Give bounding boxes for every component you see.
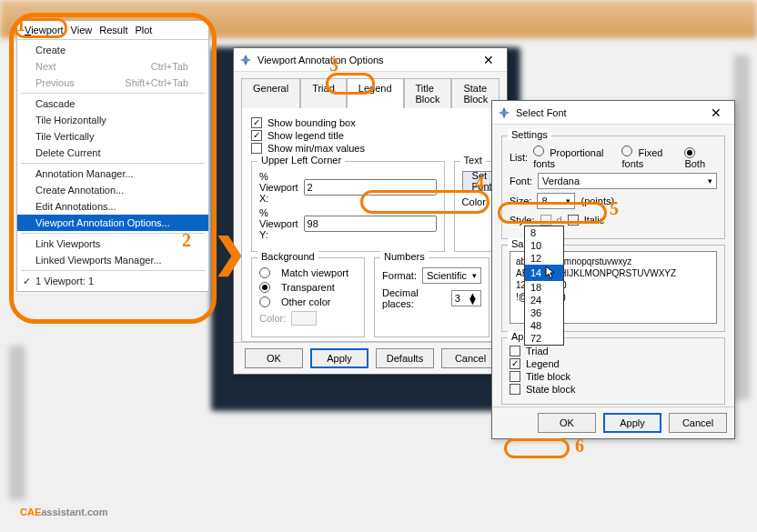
menu-item-viewport-annotation-options[interactable]: Viewport Annotation Options... — [17, 215, 208, 231]
menu-item-next: NextCtrl+Tab — [17, 58, 208, 75]
chevron-down-icon: ▾ — [472, 271, 477, 280]
fixed-radio[interactable]: Fixed fonts — [621, 146, 679, 169]
menu-plot[interactable]: Plot — [135, 25, 152, 35]
viewport-x-label: % Viewport X: — [259, 171, 298, 204]
size-option-24[interactable]: 24 — [525, 294, 563, 306]
menu-item-create[interactable]: Create — [17, 42, 208, 58]
viewport-annotation-options-dialog: Viewport Annotation Options ✕ General Tr… — [233, 47, 508, 375]
svg-marker-3 — [499, 110, 510, 115]
italic-checkbox[interactable]: Italic — [568, 215, 605, 226]
checkmark-icon: ✓ — [23, 276, 31, 287]
apply-button[interactable]: Apply — [603, 413, 661, 433]
size-option-18[interactable]: 18 — [525, 281, 563, 294]
menu-item-linked-viewports-manager[interactable]: Linked Viewports Manager... — [17, 252, 208, 268]
viewport-x-input[interactable] — [304, 179, 437, 196]
upper-left-corner-group: Upper Left Corner — [257, 155, 345, 166]
viewport-y-label: % Viewport Y: — [259, 207, 298, 240]
menu-view[interactable]: View — [71, 25, 93, 35]
menu-item-previous: PreviousShift+Ctrl+Tab — [17, 75, 208, 91]
menu-item-annotation-manager[interactable]: Annotation Manager... — [17, 166, 208, 182]
size-option-36[interactable]: 36 — [525, 306, 563, 319]
text-group: Text — [460, 155, 486, 166]
arrow-icon: ❯ — [213, 229, 247, 276]
format-combo[interactable]: Scientific▾ — [422, 267, 481, 284]
numbers-group: Numbers — [380, 251, 429, 262]
apply-legend-checkbox[interactable]: ✓Legend — [510, 358, 717, 369]
menubar: Viewport View Result Plot — [17, 21, 208, 40]
style-label: Style: — [510, 215, 535, 226]
show-legend-title-checkbox[interactable]: ✓Show legend title — [251, 130, 490, 141]
chevron-down-icon: ▾ — [708, 176, 712, 186]
apply-button[interactable]: Apply — [310, 348, 368, 368]
size-dropdown-list[interactable]: 8101214 1824364872 — [524, 226, 564, 346]
match-viewport-radio[interactable]: Match viewport — [259, 267, 357, 278]
annotation-6: 6 — [575, 436, 584, 457]
apply-triad-checkbox[interactable]: Triad — [510, 346, 717, 356]
size-combo[interactable]: 8▾ — [537, 193, 575, 209]
settings-group: Settings — [508, 129, 551, 140]
apply-title-block-checkbox[interactable]: Title block — [510, 371, 717, 382]
menu-item-link-viewports[interactable]: Link Viewports — [17, 236, 208, 252]
size-option-14[interactable]: 14 — [525, 265, 563, 281]
menu-item-delete-current[interactable]: Delete Current — [17, 145, 208, 161]
font-combo[interactable]: Verdana▾ — [538, 173, 717, 189]
app-icon — [498, 106, 510, 119]
menu-viewport[interactable]: Viewport — [25, 25, 64, 35]
menu-item-tile-horizontally[interactable]: Tile Horizontally — [17, 112, 208, 128]
size-label: Size: — [510, 196, 531, 206]
apply-state-block-checkbox[interactable]: State block — [510, 384, 717, 395]
tab-triad[interactable]: Triad — [300, 78, 347, 108]
watermark: CAEassistant.com — [20, 496, 108, 521]
menu-item-create-annotation[interactable]: Create Annotation... — [17, 182, 208, 198]
bgcolor-swatch — [291, 311, 317, 326]
font-label: Font: — [510, 176, 532, 186]
proportional-radio[interactable]: Proportional fonts — [533, 146, 616, 169]
tab-legend[interactable]: Legend — [347, 78, 404, 108]
decimal-places-stepper[interactable]: 3▲▼ — [451, 290, 481, 306]
viewport-y-input[interactable] — [304, 216, 437, 232]
svg-marker-1 — [240, 57, 251, 62]
tab-general[interactable]: General — [241, 78, 300, 108]
menu-item-edit-annotations[interactable]: Edit Annotations... — [17, 198, 208, 215]
bold-checkbox[interactable]: d — [540, 215, 562, 226]
cancel-button[interactable]: Cancel — [669, 413, 727, 433]
dialog-title: Select Font — [516, 107, 703, 118]
size-option-8[interactable]: 8 — [525, 226, 563, 239]
tab-title-block[interactable]: Title Block — [404, 78, 452, 108]
menu-item-tile-vertically[interactable]: Tile Vertically — [17, 128, 208, 145]
bgcolor-label: Color: — [259, 313, 286, 324]
annotation-4: 4 — [475, 173, 484, 194]
viewport-menu-panel: Viewport View Result Plot Create NextCtr… — [16, 20, 209, 292]
menu-item-cascade[interactable]: Cascade — [17, 95, 208, 112]
transparent-radio[interactable]: Transparent — [259, 282, 357, 293]
other-color-radio[interactable]: Other color — [259, 296, 357, 307]
app-icon — [239, 54, 252, 66]
decimal-label: Decimal places: — [382, 287, 446, 309]
menu-result[interactable]: Result — [99, 25, 127, 35]
annotation-3: 3 — [329, 55, 338, 75]
close-button[interactable]: ✕ — [476, 53, 501, 67]
size-option-48[interactable]: 48 — [525, 319, 563, 332]
show-bounding-box-checkbox[interactable]: ✓Show bounding box — [251, 117, 490, 128]
annotation-2: 2 — [182, 230, 191, 251]
ok-button[interactable]: OK — [245, 348, 303, 368]
text-color-label: Color: — [462, 196, 489, 207]
annotation-5: 5 — [610, 198, 619, 219]
dialog-title: Viewport Annotation Options — [257, 55, 476, 65]
format-label: Format: — [382, 270, 417, 281]
size-option-72[interactable]: 72 — [525, 332, 563, 345]
menu-item-viewport-1[interactable]: ✓1 Viewport: 1 — [17, 273, 208, 289]
ok-button[interactable]: OK — [538, 413, 596, 433]
chevron-down-icon: ▾ — [566, 196, 570, 206]
list-label: List: — [510, 152, 528, 163]
show-min-max-checkbox[interactable]: Show min/max values — [251, 143, 490, 154]
annotation-1: 1 — [16, 15, 25, 35]
background-group: Background — [257, 251, 318, 262]
close-button[interactable]: ✕ — [703, 105, 729, 120]
defaults-button[interactable]: Defaults — [376, 348, 434, 368]
size-option-12[interactable]: 12 — [525, 252, 563, 265]
size-option-10[interactable]: 10 — [525, 239, 563, 252]
both-radio[interactable]: Both — [684, 146, 717, 169]
